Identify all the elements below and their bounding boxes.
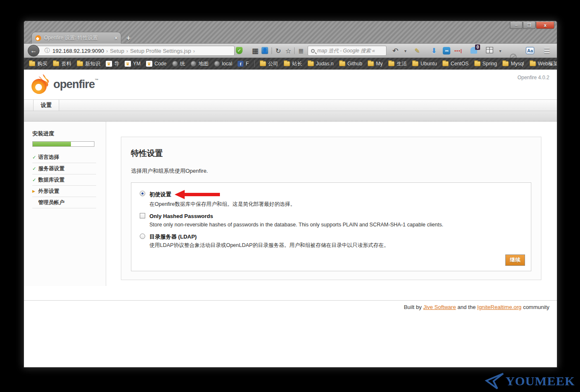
url-host: 192.168.92.129:9090	[52, 48, 104, 54]
youmeek-watermark: YOUMEEK	[485, 373, 575, 389]
bookmark-item[interactable]: ♛ YM	[125, 61, 141, 67]
bookmark-item[interactable]: 地图	[191, 60, 209, 67]
folder-icon	[77, 61, 83, 66]
bookmark-item[interactable]: 站长	[284, 60, 302, 67]
bookmark-star-icon[interactable]: ☆	[285, 47, 292, 55]
undo-icon[interactable]: ↶	[392, 47, 399, 55]
jive-software-link[interactable]: Jive Software	[423, 304, 456, 310]
qr-code-icon[interactable]: ▦	[251, 47, 259, 55]
bookmark-item[interactable]: Ubuntu	[412, 61, 437, 67]
folder-icon	[308, 61, 314, 66]
bookmarks-menu-icon[interactable]: ≣	[297, 47, 305, 55]
new-tab-button[interactable]: +	[126, 34, 131, 42]
minimize-button[interactable]: –	[510, 22, 523, 29]
identity-icon[interactable]: 👤	[261, 47, 268, 54]
bookmark-item[interactable]: local	[214, 61, 233, 67]
globe-icon	[172, 61, 178, 67]
grid-dropdown-icon[interactable]: ▾	[496, 47, 504, 55]
bookmark-item[interactable]: 购买	[29, 60, 47, 67]
openfire-logo-text: openfire™	[53, 78, 98, 91]
search-input[interactable]: map 迭代 - Google 搜索 «	[308, 46, 387, 56]
url-crumb[interactable]: Setup Profile Settings.jsp	[130, 48, 191, 54]
window-controls: – ❐ x	[509, 22, 554, 29]
site-tab-bar: 设置	[24, 100, 557, 111]
titlebar[interactable]: – ❐ x Openfire 设置: 特性设置 × +	[24, 21, 557, 44]
bookmark-item[interactable]: Github	[339, 61, 362, 67]
url-bar[interactable]: ⓘ 192.168.92.129:9090 ›Setup›Setup Profi…	[34, 46, 235, 56]
bookmark-item[interactable]: 统	[172, 60, 185, 67]
font-aa-icon[interactable]: Aa	[526, 47, 534, 54]
folder-icon	[388, 61, 395, 66]
navigation-toolbar: ⓘ 192.168.92.129:9090 ›Setup›Setup Profi…	[24, 44, 557, 58]
bookmark-item[interactable]: ♛ 导	[106, 60, 119, 67]
footer-text: and the	[456, 304, 477, 310]
step-state-icon: ✓	[32, 155, 38, 160]
option-control[interactable]	[140, 213, 145, 218]
tab-settings[interactable]: 设置	[33, 100, 59, 111]
bookmark-item[interactable]: Mysql	[502, 61, 524, 67]
bookmark-label: Github	[347, 61, 362, 67]
security-shield-icon[interactable]: ✓	[236, 47, 243, 54]
folder-icon	[474, 61, 481, 66]
option-description: 在Openfire数据库中保存用户和组。这是简化部署最好的选择。	[149, 201, 295, 208]
sidebar-step-item[interactable]: ✓ 语言选择	[32, 152, 96, 163]
option-label[interactable]: Only Hashed Passwords	[149, 213, 213, 219]
close-button[interactable]: x	[536, 22, 554, 29]
profile-option-row: 目录服务器 (LDAP) 使用LDAP协议整合象活动目录或OpenLDAP的目录…	[136, 233, 525, 249]
layout-grid-icon[interactable]	[486, 47, 493, 53]
hamburger-menu-icon[interactable]: ☰	[543, 47, 551, 55]
site-info-icon[interactable]: ⓘ	[44, 47, 50, 55]
option-control[interactable]	[140, 191, 145, 196]
bookmark-label: Web框架	[538, 60, 557, 67]
maximize-button[interactable]: ❐	[523, 22, 536, 29]
igniterealtime-link[interactable]: IgniteRealtime.org	[477, 304, 522, 310]
ellipsis-icon[interactable]: •••|	[455, 47, 462, 55]
bookmark-item[interactable]: 生活	[388, 60, 407, 67]
bookmark-item[interactable]: Judas.n	[308, 61, 334, 67]
undo-dropdown-icon[interactable]: ▾	[402, 47, 409, 55]
openfire-header: openfire™ Openfire 4.0.2	[24, 70, 557, 100]
option-label[interactable]: 目录服务器 (LDAP)	[149, 234, 197, 240]
bookmark-item[interactable]: 新知识	[77, 60, 100, 67]
youmeek-text: YOUMEEK	[506, 374, 575, 388]
browser-tab[interactable]: Openfire 设置: 特性设置 ×	[31, 32, 121, 44]
toolbar-separator	[294, 47, 295, 54]
continue-button[interactable]: 继续	[505, 254, 525, 266]
back-button[interactable]: ←	[28, 45, 39, 57]
bookmark-item[interactable]: ♛ Code	[146, 61, 167, 67]
option-control[interactable]	[140, 234, 145, 239]
bookmark-label: Judas.n	[316, 61, 334, 67]
tab-close-icon[interactable]: ×	[115, 35, 118, 41]
bookmarks-toolbar: 购买 资料 新知识 ♛ 导 ♛ YM ♛ Code 统 地图 local f F…	[24, 58, 557, 70]
sidebar-step-item[interactable]: ▶ 外形设置	[32, 186, 96, 197]
bookmark-label: 站长	[292, 60, 302, 67]
swap-arrows-icon[interactable]: »«	[443, 47, 450, 55]
bookmark-item[interactable]: Spring	[474, 61, 497, 67]
page-subtitle: 选择用户和组系统使用Openfire.	[131, 167, 531, 175]
bookmark-item[interactable]: Web框架	[530, 60, 557, 67]
step-label: 语言选择	[38, 154, 59, 161]
profile-option-row: 初使设置 在Openfire数据库中保存用户和组。这是简化部署最好的选择。	[136, 190, 525, 208]
reload-icon[interactable]: ↻	[274, 47, 282, 55]
sidebar-step-item[interactable]: 管理员帐户	[32, 197, 96, 208]
bookmark-item[interactable]: 公司	[260, 60, 278, 67]
sidebar-step-item[interactable]: ✓ 服务器设置	[32, 163, 96, 174]
bookmark-label: 导	[114, 60, 119, 67]
ghost-extension-icon[interactable]: 0	[470, 47, 477, 54]
bookmarks-overflow-icon[interactable]: »	[550, 61, 553, 67]
bookmark-label: Code	[154, 61, 167, 67]
bookmark-item[interactable]: 资料	[53, 60, 71, 67]
sidebar-step-item[interactable]: ✓ 数据库设置	[32, 174, 96, 186]
bookmark-item[interactable]: CentOS	[442, 61, 469, 67]
bookmark-label: My	[376, 61, 383, 67]
bookmark-label: CentOS	[451, 61, 469, 67]
highlighter-icon[interactable]: ✎	[413, 47, 421, 55]
crown-icon: ♛	[106, 61, 112, 67]
download-icon[interactable]: ⬇	[430, 47, 438, 55]
bookmark-item[interactable]: My	[368, 61, 383, 67]
url-crumb[interactable]: Setup	[110, 48, 124, 54]
url-breadcrumbs: ›Setup›Setup Profile Settings.jsp›	[104, 48, 197, 54]
sidebar-title: 安装进度	[32, 130, 98, 138]
option-label[interactable]: 初使设置	[149, 191, 171, 197]
bookmark-item[interactable]: f F	[238, 61, 248, 67]
